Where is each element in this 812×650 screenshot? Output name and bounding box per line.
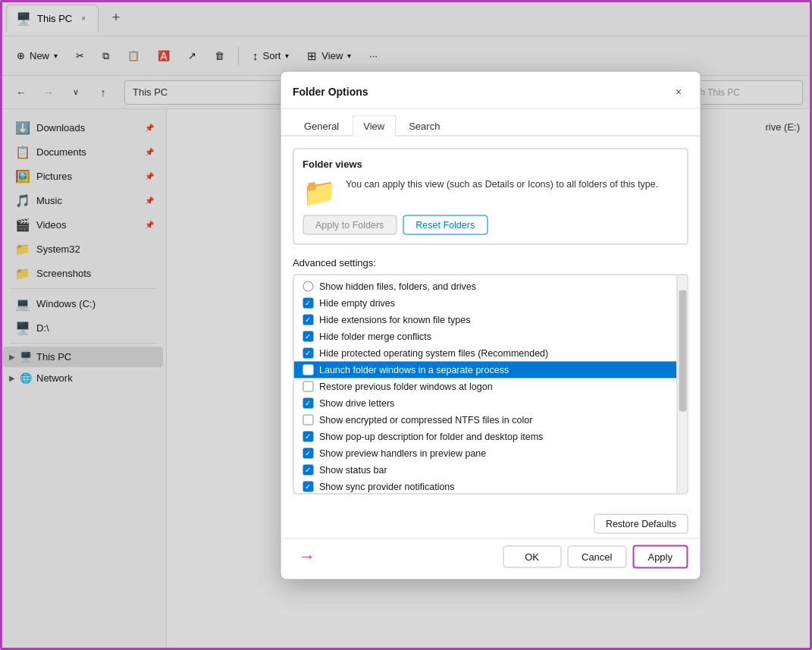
checkbox-protected-files[interactable]: ✓ bbox=[303, 347, 313, 358]
settings-label-9: Show pop-up description for folder and d… bbox=[319, 431, 543, 441]
settings-label-12: Show sync provider notifications bbox=[319, 481, 455, 491]
checkbox-drive-letters[interactable]: ✓ bbox=[303, 397, 313, 408]
advanced-settings-title: Advanced settings: bbox=[293, 256, 688, 268]
checkbox-extensions[interactable]: ✓ bbox=[303, 314, 313, 325]
checkbox-popup-description[interactable]: ✓ bbox=[303, 431, 313, 441]
dialog-close-button[interactable]: × bbox=[669, 82, 688, 100]
checkbox-empty-drives[interactable]: ✓ bbox=[303, 297, 313, 308]
settings-label-2: Hide extensions for known file types bbox=[319, 314, 470, 325]
folder-views-title: Folder views bbox=[303, 158, 678, 169]
settings-list[interactable]: Show hidden files, folders, and drives ✓… bbox=[293, 275, 676, 493]
settings-item-7[interactable]: ✓ Show drive letters bbox=[293, 394, 676, 411]
dialog-body: Folder views 📁 You can apply this view (… bbox=[281, 136, 700, 506]
apply-to-folders-button[interactable]: Apply to Folders bbox=[303, 215, 397, 234]
checkbox-preview-handlers[interactable]: ✓ bbox=[303, 447, 313, 458]
settings-item-5[interactable]: Launch folder windows in a separate proc… bbox=[293, 361, 676, 378]
restore-defaults-row: Restore Defaults bbox=[281, 506, 700, 538]
settings-label-7: Show drive letters bbox=[319, 397, 394, 408]
reset-folders-button[interactable]: Reset Folders bbox=[403, 215, 488, 234]
settings-label-6: Restore previous folder windows at logon bbox=[319, 381, 493, 391]
ok-button[interactable]: OK bbox=[503, 545, 561, 567]
dialog-tabs: General View Search bbox=[281, 108, 700, 136]
settings-item-0[interactable]: Show hidden files, folders, and drives bbox=[293, 278, 676, 294]
settings-item-3[interactable]: ✓ Hide folder merge conflicts bbox=[293, 328, 676, 344]
folder-views-buttons: Apply to Folders Reset Folders bbox=[303, 215, 678, 234]
dialog-title-bar: Folder Options × bbox=[281, 71, 700, 108]
settings-label-0: Show hidden files, folders, and drives bbox=[319, 281, 476, 291]
checkbox-separate-process[interactable] bbox=[303, 364, 313, 375]
settings-item-12[interactable]: ✓ Show sync provider notifications bbox=[293, 478, 676, 493]
folder-views-content: 📁 You can apply this view (such as Detai… bbox=[303, 177, 678, 206]
settings-item-11[interactable]: ✓ Show status bar bbox=[293, 461, 676, 478]
folder-options-dialog: Folder Options × General View Search Fol… bbox=[280, 71, 701, 579]
settings-label-11: Show status bar bbox=[319, 464, 387, 475]
cancel-button[interactable]: Cancel bbox=[567, 545, 626, 567]
folder-icon: 📁 bbox=[303, 178, 337, 206]
checkbox-sync-notifications[interactable]: ✓ bbox=[303, 481, 313, 491]
settings-item-9[interactable]: ✓ Show pop-up description for folder and… bbox=[293, 428, 676, 444]
settings-item-10[interactable]: ✓ Show preview handlers in preview pane bbox=[293, 444, 676, 461]
settings-label-8: Show encrypted or compressed NTFS files … bbox=[319, 414, 532, 425]
radio-hidden-files[interactable] bbox=[303, 281, 313, 291]
checkbox-status-bar[interactable]: ✓ bbox=[303, 464, 313, 475]
settings-label-5: Launch folder windows in a separate proc… bbox=[319, 364, 509, 375]
folder-views-section: Folder views 📁 You can apply this view (… bbox=[293, 148, 688, 244]
settings-scrollbar[interactable] bbox=[676, 275, 687, 493]
arrow-icon: → bbox=[299, 547, 315, 567]
settings-label-10: Show preview handlers in preview pane bbox=[319, 447, 486, 458]
checkbox-merge-conflicts[interactable]: ✓ bbox=[303, 331, 313, 341]
settings-item-2[interactable]: ✓ Hide extensions for known file types bbox=[293, 311, 676, 328]
dialog-overlay: Folder Options × General View Search Fol… bbox=[0, 0, 812, 650]
folder-views-text: You can apply this view (such as Details… bbox=[346, 177, 678, 191]
settings-list-container: Show hidden files, folders, and drives ✓… bbox=[293, 274, 688, 494]
restore-defaults-button[interactable]: Restore Defaults bbox=[594, 513, 688, 533]
settings-label-4: Hide protected operating system files (R… bbox=[319, 347, 548, 358]
scrollbar-thumb[interactable] bbox=[679, 290, 686, 411]
apply-button[interactable]: Apply bbox=[632, 545, 688, 568]
settings-item-4[interactable]: ✓ Hide protected operating system files … bbox=[293, 344, 676, 361]
checkbox-restore-windows[interactable] bbox=[303, 381, 313, 391]
settings-item-6[interactable]: Restore previous folder windows at logon bbox=[293, 378, 676, 394]
settings-label-3: Hide folder merge conflicts bbox=[319, 331, 431, 341]
settings-item-1[interactable]: ✓ Hide empty drives bbox=[293, 294, 676, 311]
arrow-indicator: → bbox=[293, 547, 497, 567]
tab-search[interactable]: Search bbox=[397, 115, 451, 136]
tab-view[interactable]: View bbox=[352, 115, 396, 136]
dialog-footer: → OK Cancel Apply bbox=[281, 538, 700, 579]
settings-label-1: Hide empty drives bbox=[319, 297, 395, 308]
tab-general[interactable]: General bbox=[293, 115, 350, 136]
settings-item-8[interactable]: Show encrypted or compressed NTFS files … bbox=[293, 411, 676, 428]
dialog-title: Folder Options bbox=[293, 85, 368, 97]
checkbox-encrypted-files[interactable] bbox=[303, 414, 313, 425]
